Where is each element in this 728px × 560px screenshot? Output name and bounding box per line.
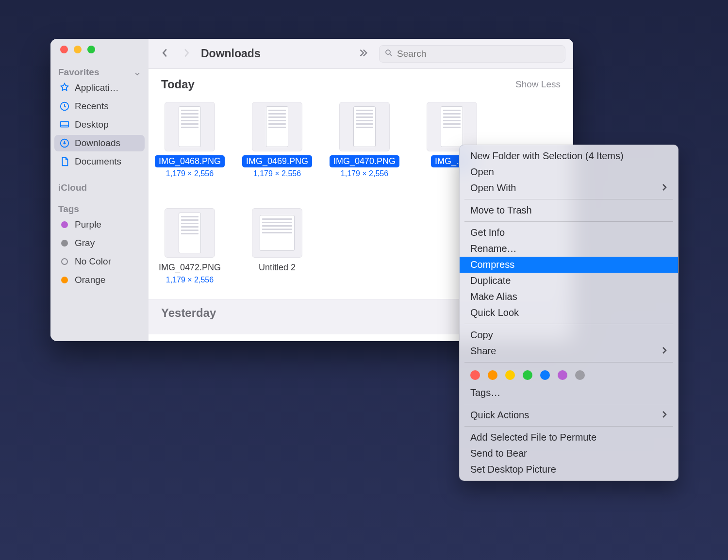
svg-point-3 <box>386 50 390 54</box>
show-less-button[interactable]: Show Less <box>515 79 561 90</box>
svg-rect-1 <box>61 122 69 127</box>
tag-color-yellow[interactable] <box>505 370 515 380</box>
menu-item-label: Open With <box>470 182 516 194</box>
menu-item-compress[interactable]: Compress <box>460 257 678 273</box>
group-label: Today <box>161 78 195 91</box>
sidebar-tag-no-color[interactable]: No Color <box>54 253 145 270</box>
toolbar: Downloads <box>149 39 573 69</box>
sidebar-section-favorites[interactable]: Favorites <box>50 64 149 79</box>
tag-color-red[interactable] <box>470 370 480 380</box>
window-controls <box>50 46 149 64</box>
file-name: IMG_0468.PNG <box>155 155 225 167</box>
menu-item-label: Get Info <box>470 227 505 238</box>
nav-arrows <box>156 48 190 60</box>
menu-item-label: Compress <box>470 259 514 270</box>
zoom-window-button[interactable] <box>87 46 95 53</box>
menu-item-label: Open <box>470 166 494 178</box>
menu-item-label: Tags… <box>470 387 500 398</box>
menu-item-open-with[interactable]: Open With <box>460 180 678 196</box>
sidebar-item-desktop[interactable]: Desktop <box>54 116 145 133</box>
menu-separator <box>464 362 673 362</box>
sidebar-item-label: Orange <box>75 275 105 285</box>
menu-item-label: Copy <box>470 329 493 341</box>
chevron-right-icon <box>662 182 667 194</box>
tag-dot-icon <box>61 240 68 247</box>
file-thumbnail <box>165 102 215 151</box>
menu-item-rename[interactable]: Rename… <box>460 241 678 257</box>
sidebar-item-documents[interactable]: Documents <box>54 153 145 170</box>
menu-item-label: Share <box>470 346 496 357</box>
menu-item-label: New Folder with Selection (4 Items) <box>470 150 624 162</box>
file-dimensions: 1,179 × 2,556 <box>253 169 301 178</box>
menu-item-open[interactable]: Open <box>460 164 678 180</box>
file-thumbnail <box>252 102 302 151</box>
group-header-today: Today Show Less <box>149 69 573 91</box>
tag-color-orange[interactable] <box>488 370 497 380</box>
sidebar-item-label: Purple <box>75 219 101 230</box>
menu-item-get-info[interactable]: Get Info <box>460 225 678 241</box>
file-item[interactable]: IMG_0470.PNG 1,179 × 2,556 <box>336 102 393 178</box>
sidebar-tag-gray[interactable]: Gray <box>54 235 145 251</box>
context-menu: New Folder with Selection (4 Items) Open… <box>459 145 678 481</box>
file-item[interactable]: Untitled 2 <box>248 208 306 284</box>
chevron-down-icon <box>134 69 141 76</box>
sidebar-item-label: Recents <box>75 101 109 112</box>
menu-item-label: Set Desktop Picture <box>470 464 556 475</box>
sidebar-tag-purple[interactable]: Purple <box>54 216 145 233</box>
sidebar-section-icloud[interactable]: iCloud <box>50 180 149 194</box>
file-dimensions: 1,179 × 2,556 <box>166 276 214 284</box>
sidebar-item-label: Documents <box>75 156 121 167</box>
search-field[interactable] <box>379 45 565 63</box>
file-item[interactable]: IMG_0469.PNG 1,179 × 2,556 <box>248 102 306 178</box>
menu-item-label: Send to Bear <box>470 448 527 459</box>
sidebar-item-recents[interactable]: Recents <box>54 98 145 115</box>
sidebar-item-label: No Color <box>75 256 111 267</box>
clock-icon <box>59 101 70 112</box>
sidebar: Favorites Applicati… Recents Desktop <box>50 39 149 341</box>
file-item[interactable]: IMG_0472.PNG 1,179 × 2,556 <box>161 208 218 284</box>
menu-item-quick-look[interactable]: Quick Look <box>460 305 678 321</box>
tag-dot-icon <box>61 221 68 228</box>
menu-item-label: Move to Trash <box>470 205 532 216</box>
menu-item-make-alias[interactable]: Make Alias <box>460 289 678 305</box>
menu-tag-colors <box>460 365 678 385</box>
menu-separator <box>464 426 673 427</box>
menu-item-duplicate[interactable]: Duplicate <box>460 273 678 289</box>
menu-item-copy[interactable]: Copy <box>460 327 678 343</box>
menu-item-share[interactable]: Share <box>460 343 678 359</box>
desktop-icon <box>59 119 70 130</box>
back-button[interactable] <box>161 48 169 60</box>
menu-item-add-permute[interactable]: Add Selected File to Permute <box>460 429 678 445</box>
menu-item-new-folder[interactable]: New Folder with Selection (4 Items) <box>460 148 678 164</box>
menu-separator <box>464 221 673 222</box>
sidebar-item-downloads[interactable]: Downloads <box>54 135 145 151</box>
file-thumbnail <box>427 102 477 151</box>
menu-item-tags[interactable]: Tags… <box>460 385 678 401</box>
menu-separator <box>464 404 673 404</box>
menu-item-quick-actions[interactable]: Quick Actions <box>460 407 678 423</box>
forward-button[interactable] <box>182 48 190 60</box>
file-name: Untitled 2 <box>255 262 299 274</box>
file-name: IMG_0470.PNG <box>330 155 399 167</box>
tag-color-gray[interactable] <box>575 370 585 380</box>
toolbar-overflow-button[interactable] <box>358 48 368 60</box>
svg-line-4 <box>390 54 392 56</box>
minimize-window-button[interactable] <box>74 46 82 53</box>
sidebar-section-tags[interactable]: Tags <box>50 201 149 215</box>
tag-color-purple[interactable] <box>558 370 567 380</box>
close-window-button[interactable] <box>60 46 68 53</box>
menu-item-move-to-trash[interactable]: Move to Trash <box>460 202 678 218</box>
menu-item-send-bear[interactable]: Send to Bear <box>460 445 678 461</box>
file-thumbnail <box>165 208 215 258</box>
search-input[interactable] <box>397 49 560 59</box>
menu-item-label: Duplicate <box>470 275 511 286</box>
tag-color-blue[interactable] <box>540 370 550 380</box>
sidebar-item-applications[interactable]: Applicati… <box>54 80 145 96</box>
menu-item-set-desktop[interactable]: Set Desktop Picture <box>460 461 678 478</box>
file-dimensions: 1,179 × 2,556 <box>166 169 214 178</box>
tag-color-green[interactable] <box>523 370 532 380</box>
file-item[interactable]: IMG_0468.PNG 1,179 × 2,556 <box>161 102 218 178</box>
group-label: Yesterday <box>161 306 216 319</box>
sidebar-tag-orange[interactable]: Orange <box>54 272 145 288</box>
tag-dot-icon <box>61 277 68 283</box>
